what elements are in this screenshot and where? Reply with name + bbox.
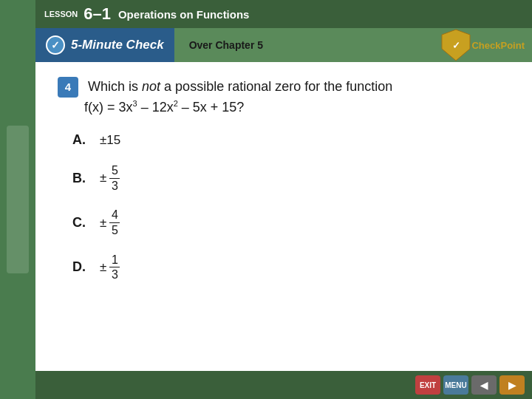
lesson-number: 6–1 xyxy=(83,4,111,24)
function-expression: f(x) = 3x3 – 12x2 – 5x + 15? xyxy=(84,98,510,117)
fraction-c-num: 4 xyxy=(109,208,120,223)
check-icon: ✓ xyxy=(46,35,65,55)
bottom-nav-bar: EXIT MENU ◀ ▶ xyxy=(35,371,532,399)
option-sign-c: ± xyxy=(100,216,106,231)
sidebar-decoration xyxy=(7,126,29,273)
answer-options: A. ±15 B. ± 5 3 C. ± 4 5 xyxy=(58,132,510,282)
main-content: LESSON 6–1 Operations on Functions ✓ 5-M… xyxy=(35,0,532,399)
option-letter-c: C. xyxy=(72,215,91,231)
option-letter-a: A. xyxy=(72,132,91,148)
question-text: 4 Which is not a possible rational zero … xyxy=(58,77,510,117)
question-italic-word: not xyxy=(142,79,160,94)
prev-button[interactable]: ◀ xyxy=(471,375,497,395)
option-letter-d: D. xyxy=(72,259,91,275)
checkpoint-text: CheckPoint xyxy=(471,40,525,51)
fraction-b: 5 3 xyxy=(109,164,120,192)
five-minute-box: ✓ 5-Minute Check xyxy=(35,28,174,62)
checkpoint-shield-icon: ✓ xyxy=(440,28,471,62)
fraction-c-den: 5 xyxy=(109,223,120,237)
menu-button[interactable]: MENU xyxy=(443,375,468,395)
fraction-b-den: 3 xyxy=(109,179,120,193)
answer-option-d[interactable]: D. ± 1 3 xyxy=(72,253,510,282)
question-area: 4 Which is not a possible rational zero … xyxy=(35,62,532,399)
answer-option-b[interactable]: B. ± 5 3 xyxy=(72,164,510,192)
option-sign-b: ± xyxy=(100,171,106,185)
fraction-c: 4 5 xyxy=(109,208,120,236)
fraction-d-num: 1 xyxy=(109,253,120,268)
five-minute-label: 5-Minute Check xyxy=(71,38,164,52)
header-bar: LESSON 6–1 Operations on Functions xyxy=(35,0,532,28)
option-sign-d: ± xyxy=(100,260,106,275)
fraction-d: 1 3 xyxy=(109,253,120,282)
exit-button[interactable]: EXIT xyxy=(415,375,440,395)
question-number-badge: 4 xyxy=(58,77,78,98)
left-sidebar xyxy=(0,0,35,399)
option-value-a: ±15 xyxy=(100,133,120,148)
next-button[interactable]: ▶ xyxy=(499,375,525,395)
checkpoint-logo: ✓ CheckPoint xyxy=(440,28,525,62)
fraction-d-den: 3 xyxy=(109,267,120,282)
lesson-prefix-label: LESSON xyxy=(44,10,78,18)
check-banner: ✓ 5-Minute Check Over Chapter 5 ✓ CheckP… xyxy=(35,28,532,62)
option-letter-b: B. xyxy=(72,171,91,186)
question-text-after: a possible rational zero for the functio… xyxy=(164,79,392,94)
svg-text:✓: ✓ xyxy=(452,40,460,51)
over-chapter-label: Over Chapter 5 xyxy=(189,39,263,51)
question-text-before: Which is xyxy=(88,79,138,94)
fraction-b-num: 5 xyxy=(109,164,120,179)
header-title: Operations on Functions xyxy=(118,8,250,21)
answer-option-a[interactable]: A. ±15 xyxy=(72,132,510,148)
answer-option-c[interactable]: C. ± 4 5 xyxy=(72,208,510,236)
